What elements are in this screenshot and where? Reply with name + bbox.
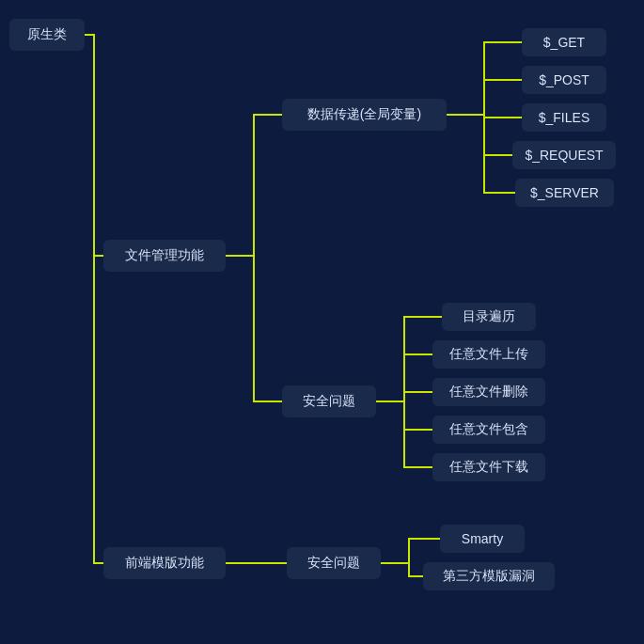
node-delete: 任意文件删除 (432, 378, 545, 406)
node-request: $_REQUEST (512, 141, 616, 169)
node-third-party: 第三方模版漏洞 (423, 562, 555, 590)
node-data-transfer: 数据传递(全局变量) (282, 99, 447, 131)
node-security2: 安全问题 (287, 547, 381, 579)
node-server: $_SERVER (515, 179, 614, 207)
node-post: $_POST (522, 66, 606, 94)
node-include: 任意文件包含 (432, 416, 545, 444)
node-security1: 安全问题 (282, 385, 376, 417)
node-files: $_FILES (522, 103, 606, 132)
node-smarty: Smarty (440, 525, 525, 553)
node-get: $_GET (522, 28, 606, 56)
node-download: 任意文件下载 (432, 453, 545, 481)
node-dir-traverse: 目录遍历 (442, 303, 536, 331)
node-root: 原生类 (9, 19, 85, 51)
node-frontend: 前端模版功能 (103, 547, 226, 579)
mind-map: 原生类 文件管理功能 数据传递(全局变量) $_GET $_POST $_FIL… (0, 0, 644, 644)
node-upload: 任意文件上传 (432, 340, 545, 369)
node-file-mgmt: 文件管理功能 (103, 240, 226, 272)
